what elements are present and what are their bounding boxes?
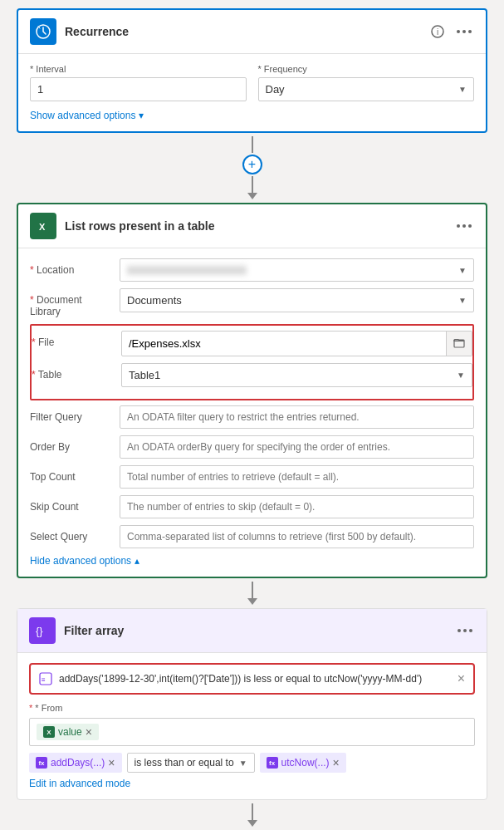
table-label: * Table [32, 363, 115, 381]
fx-left-icon: fx [36, 757, 47, 769]
chevron-down-icon: ▼ [458, 296, 467, 305]
chevron-down-icon: ▾ [139, 110, 144, 121]
recurrence-form-row: * Interval * Frequency Day ▼ [30, 64, 474, 101]
order-by-input[interactable] [120, 435, 474, 459]
filter-array-title: Filter array [64, 624, 447, 637]
skip-count-input[interactable] [120, 495, 474, 518]
connector-line [252, 176, 253, 193]
three-dots-icon [457, 30, 472, 33]
skip-count-value [120, 495, 474, 518]
excel-body: * Location xxxxxxxxxxxxxxxxxxxxxxxx ▼ * … [18, 248, 486, 577]
condition-operator-select[interactable]: is less than or equal to ▼ [127, 753, 255, 773]
condition-row: fx addDays(...) × is less than or equal … [29, 753, 475, 773]
arrow-icon [247, 820, 257, 827]
connector-1: + [242, 136, 262, 199]
three-dots-icon [457, 224, 472, 228]
chevron-up-icon: ▴ [135, 555, 139, 567]
location-value: xxxxxxxxxxxxxxxxxxxxxxxx ▼ [120, 258, 474, 282]
condition-left-label: addDays(...) [51, 757, 105, 769]
filter-query-label: Filter Query [30, 405, 113, 423]
from-tag-remove-button[interactable]: × [86, 725, 92, 739]
select-query-value [120, 525, 474, 548]
condition-right-label: utcNow(...) [281, 757, 330, 769]
top-count-label: Top Count [30, 465, 113, 483]
file-input-container [121, 331, 472, 356]
top-count-input[interactable] [120, 465, 474, 489]
recurrence-card: Recurrence i * Interval [17, 8, 487, 133]
from-tag: X value × [37, 724, 99, 740]
from-section: * * From X value × fx addDays(...) × [29, 703, 475, 789]
condition-right-tag: fx utcNow(...) × [260, 753, 346, 773]
filter-query-row: Filter Query [30, 405, 474, 429]
arrow-icon [247, 193, 257, 199]
document-library-text: Documents [127, 294, 182, 307]
excel-actions [454, 216, 474, 236]
filter-query-value [120, 405, 474, 429]
from-tag-label: value [58, 726, 82, 738]
excel-header: X List rows present in a table [18, 204, 486, 248]
file-row: * File [32, 331, 472, 356]
top-count-row: Top Count [30, 465, 474, 489]
condition-left-remove-button[interactable]: × [108, 756, 115, 769]
three-dots-icon [458, 629, 472, 632]
expression-icon: ≡ [39, 672, 52, 685]
frequency-select[interactable]: Day ▼ [258, 77, 475, 101]
recurrence-info-button[interactable]: i [428, 22, 448, 42]
edit-advanced-link[interactable]: Edit in advanced mode [29, 778, 130, 789]
show-advanced-link[interactable]: Show advanced options ▾ [30, 110, 474, 121]
connector-line [252, 582, 253, 598]
document-library-label: * Document Library [30, 288, 113, 317]
filter-expression-text: addDays('1899-12-30',int(item()?['Date']… [59, 673, 451, 685]
file-input[interactable] [122, 332, 446, 355]
order-by-row: Order By [30, 435, 474, 459]
excel-title: List rows present in a table [65, 219, 446, 233]
filter-array-card: {} Filter array ≡ addDays('1899-12-30',i [17, 608, 487, 800]
excel-card: X List rows present in a table * Locatio… [17, 203, 487, 578]
location-label: * Location [30, 258, 113, 276]
recurrence-body: * Interval * Frequency Day ▼ Show advanc… [18, 54, 486, 131]
svg-text:X: X [39, 222, 46, 232]
excel-tag-icon: X [43, 726, 55, 738]
connector-2 [247, 582, 257, 605]
recurrence-actions: i [428, 22, 474, 42]
document-library-select[interactable]: Documents ▼ [120, 288, 474, 312]
filter-expression-box: ≡ addDays('1899-12-30',int(item()?['Date… [29, 663, 475, 695]
filter-expression-close-button[interactable]: × [458, 671, 465, 686]
select-query-row: Select Query [30, 525, 474, 548]
interval-field: * Interval [30, 64, 247, 101]
location-select[interactable]: xxxxxxxxxxxxxxxxxxxxxxxx ▼ [120, 258, 474, 282]
table-row: * Table Table1 ▼ [32, 363, 472, 387]
hide-advanced-link[interactable]: Hide advanced options ▴ [30, 555, 474, 567]
filter-query-input[interactable] [120, 405, 474, 429]
table-select[interactable]: Table1 ▼ [121, 363, 472, 387]
filter-icon: {} [29, 617, 56, 644]
frequency-label: * Frequency [258, 64, 475, 74]
folder-icon[interactable] [446, 332, 472, 356]
interval-input[interactable] [30, 77, 247, 101]
order-by-label: Order By [30, 435, 113, 453]
add-step-button[interactable]: + [242, 155, 262, 174]
filter-array-more-button[interactable] [455, 621, 475, 641]
document-library-value: Documents ▼ [120, 288, 474, 312]
file-table-highlight: * File [30, 324, 474, 400]
filter-array-body: ≡ addDays('1899-12-30',int(item()?['Date… [17, 653, 487, 799]
excel-more-button[interactable] [454, 216, 474, 236]
connector-line [252, 136, 253, 153]
skip-count-label: Skip Count [30, 495, 113, 513]
file-value [121, 331, 472, 356]
frequency-field: * Frequency Day ▼ [258, 64, 475, 101]
from-label: * * From [29, 703, 475, 713]
select-query-input[interactable] [120, 525, 474, 548]
condition-operator-text: is less than or equal to [135, 757, 234, 769]
recurrence-header: Recurrence i [18, 10, 486, 54]
condition-right-remove-button[interactable]: × [333, 756, 340, 769]
chevron-down-icon: ▼ [458, 85, 467, 94]
select-query-label: Select Query [30, 525, 113, 543]
recurrence-more-button[interactable] [454, 22, 474, 42]
filter-array-actions [455, 621, 475, 641]
from-tag-container[interactable]: X value × [29, 718, 475, 746]
connector-3 [247, 803, 257, 827]
location-blurred: xxxxxxxxxxxxxxxxxxxxxxxx [127, 264, 247, 276]
top-count-value [120, 465, 474, 489]
skip-count-row: Skip Count [30, 495, 474, 518]
